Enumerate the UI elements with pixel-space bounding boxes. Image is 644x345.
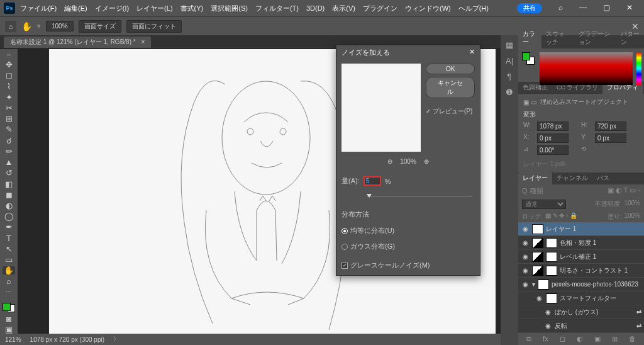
visibility-icon[interactable]: ◉ [535, 295, 543, 302]
path-tool-icon[interactable]: ↖ [3, 245, 15, 253]
status-chevron-icon[interactable]: 〉 [113, 335, 119, 344]
hand-tool-icon[interactable]: ✋ [21, 21, 32, 31]
menu-plugin[interactable]: プラグイン [363, 4, 397, 13]
prop-width[interactable] [537, 122, 569, 131]
share-button[interactable]: 共有 [517, 3, 542, 13]
cancel-button[interactable]: キャンセル [426, 77, 475, 98]
tab-patterns[interactable]: パターン [616, 28, 644, 48]
quickmask-icon[interactable]: ◙ [3, 315, 15, 323]
dialog-close-icon[interactable]: ✕ [469, 48, 475, 57]
smart-filters-row[interactable]: ◉スマートフィルター [518, 291, 644, 305]
tab-paths[interactable]: パス [592, 172, 614, 184]
color-field[interactable] [540, 52, 633, 85]
heal-tool-icon[interactable]: ☌ [3, 137, 15, 145]
lock-icons[interactable]: ▦ ✎ ✥ ▫ 🔒 [545, 212, 578, 221]
prop-x[interactable] [537, 133, 569, 143]
amount-slider[interactable] [341, 193, 475, 200]
dialog-preview[interactable] [341, 64, 421, 152]
menu-layer[interactable]: レイヤー(L) [136, 4, 172, 13]
wand-tool-icon[interactable]: ✦ [3, 93, 15, 101]
layer-item[interactable]: ◉レベル補正 1 [518, 250, 644, 264]
menu-view[interactable]: 表示(V) [332, 4, 355, 13]
blur-tool-icon[interactable]: ◐ [3, 201, 15, 210]
zoom-out-icon[interactable]: ⊖ [387, 158, 392, 165]
tab-close-icon[interactable]: × [141, 38, 145, 45]
uniform-radio[interactable] [341, 228, 348, 234]
move-tool-icon[interactable]: ✥ [3, 60, 15, 69]
visibility-icon[interactable]: ◉ [543, 322, 552, 329]
menu-edit[interactable]: 編集(E) [64, 4, 87, 13]
group-icon[interactable]: ▣ [594, 335, 601, 343]
menu-image[interactable]: イメージ(I) [95, 4, 129, 13]
screenmode-icon[interactable]: ▣ [3, 325, 15, 334]
status-zoom[interactable]: 121% [5, 336, 21, 343]
minimize-icon[interactable]: — [579, 3, 587, 13]
fill-value[interactable]: 100% [624, 212, 640, 221]
zoom-tool-icon[interactable]: ⌕ [3, 277, 15, 285]
menu-type[interactable]: 書式(Y) [180, 4, 204, 13]
visibility-icon[interactable]: ◉ [521, 253, 530, 260]
visibility-icon[interactable]: ◉ [521, 225, 530, 232]
eraser-tool-icon[interactable]: ◧ [3, 179, 15, 188]
prop-height[interactable] [595, 122, 626, 131]
preview-checkbox[interactable]: ✓ [426, 108, 431, 115]
delete-layer-icon[interactable]: 🗑 [629, 335, 636, 343]
paragraph-icon[interactable]: ¶ [508, 72, 512, 81]
visibility-icon[interactable]: ◉ [521, 281, 530, 288]
prop-angle[interactable] [537, 145, 569, 155]
type-tool-icon[interactable]: T [3, 234, 15, 242]
adjustment-icon[interactable]: ◐ [577, 335, 583, 343]
visibility-icon[interactable]: ◉ [543, 308, 552, 315]
toolbar-more-icon[interactable]: ›› [3, 52, 14, 58]
expand-icon[interactable]: ▾ [532, 281, 535, 288]
hand-tool-icon[interactable]: ✋ [3, 266, 15, 274]
filter-row[interactable]: ◉反転⇄ [518, 319, 644, 333]
history-icon[interactable]: ▦ [506, 40, 513, 50]
lasso-tool-icon[interactable]: ⌇ [3, 82, 15, 90]
tab-swatches[interactable]: スウォッチ [541, 28, 574, 48]
monochrome-checkbox[interactable]: ✓ [341, 263, 348, 269]
layer-item[interactable]: ◉明るさ・コントラスト 1 [518, 264, 644, 278]
hue-strip[interactable] [636, 52, 641, 85]
visibility-icon[interactable]: ◉ [521, 267, 530, 274]
menu-help[interactable]: ヘルプ(H) [458, 4, 489, 13]
color-panel-swatch[interactable] [522, 52, 535, 65]
brush-tool-icon[interactable]: ✏ [3, 147, 15, 156]
zoom-percent[interactable]: 100% [46, 21, 74, 31]
zoom-in-icon[interactable]: ⊕ [424, 158, 429, 165]
home-icon[interactable]: ⌂ [5, 21, 16, 32]
tab-channels[interactable]: チャンネル [552, 172, 592, 184]
fit-window-button[interactable]: 画面にフィット [126, 20, 182, 33]
visibility-icon[interactable]: ◉ [521, 239, 530, 246]
layer-item[interactable]: ◉▾pexels-moose-photos-1036623 [518, 278, 644, 291]
search-icon[interactable]: ⌕ [558, 3, 563, 13]
menu-3d[interactable]: 3D(D) [306, 4, 325, 12]
color-swatch[interactable] [3, 303, 15, 312]
edit-toolbar-icon[interactable]: ⋯ [3, 288, 15, 297]
layer-filter-label[interactable]: Q 種類 [522, 186, 543, 196]
filter-row[interactable]: ◉ぼかし (ガウス)⇄ [518, 305, 644, 319]
prop-y[interactable] [595, 133, 626, 143]
layer-item[interactable]: ◉レイヤー 1 [518, 222, 644, 236]
gaussian-radio[interactable] [341, 244, 348, 250]
shape-tool-icon[interactable]: ▭ [3, 256, 15, 264]
layer-item[interactable]: ◉色相・彩度 1 [518, 236, 644, 250]
opacity-value[interactable]: 100% [624, 200, 640, 209]
maximize-icon[interactable]: ▢ [603, 3, 610, 13]
tab-layers[interactable]: レイヤー [518, 172, 552, 184]
layer-mask-icon[interactable]: ◻ [560, 335, 565, 343]
character-icon[interactable]: A| [506, 56, 513, 65]
eyedropper-tool-icon[interactable]: ✎ [3, 125, 15, 133]
blend-mode-select[interactable]: 通常 [522, 200, 566, 209]
info-icon[interactable]: ❶ [506, 88, 513, 97]
link-layers-icon[interactable]: ⧉ [526, 335, 531, 343]
close-icon[interactable]: ✕ [626, 3, 633, 13]
pen-tool-icon[interactable]: ✒ [3, 223, 15, 231]
tab-color[interactable]: カラー [518, 28, 541, 48]
layer-fx-icon[interactable]: fx [543, 335, 548, 343]
document-tab[interactable]: 名称未設定 1 @ 121% (レイヤー 1, RGB/8) * × [4, 37, 151, 48]
dodge-tool-icon[interactable]: ◯ [3, 212, 15, 220]
frame-tool-icon[interactable]: ⊞ [3, 115, 15, 123]
marquee-tool-icon[interactable]: ◻ [3, 71, 15, 79]
gradient-tool-icon[interactable]: ◼ [3, 191, 15, 199]
